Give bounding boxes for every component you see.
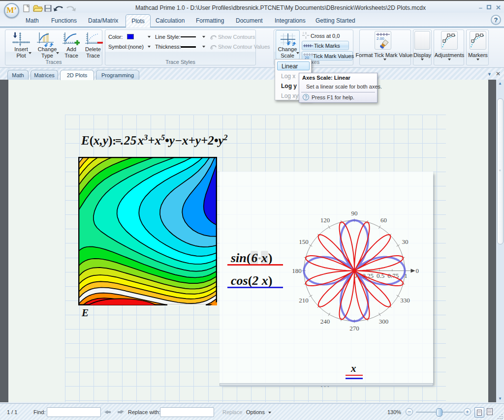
svg-text:0: 0 [303,32,304,34]
svg-text:30: 30 [402,238,409,245]
svg-text:180: 180 [292,267,302,274]
svg-text:2.00: 2.00 [377,36,384,41]
svg-text:270: 270 [349,325,359,332]
svg-text:60: 60 [380,216,387,224]
svg-text:300: 300 [379,318,389,325]
svg-text:120: 120 [320,216,330,224]
svg-text:90: 90 [351,210,358,217]
svg-text:330: 330 [400,297,410,304]
svg-text:150: 150 [299,238,309,245]
svg-text:210: 210 [299,297,309,304]
svg-text:240: 240 [320,318,330,325]
svg-text:0: 0 [416,267,419,274]
